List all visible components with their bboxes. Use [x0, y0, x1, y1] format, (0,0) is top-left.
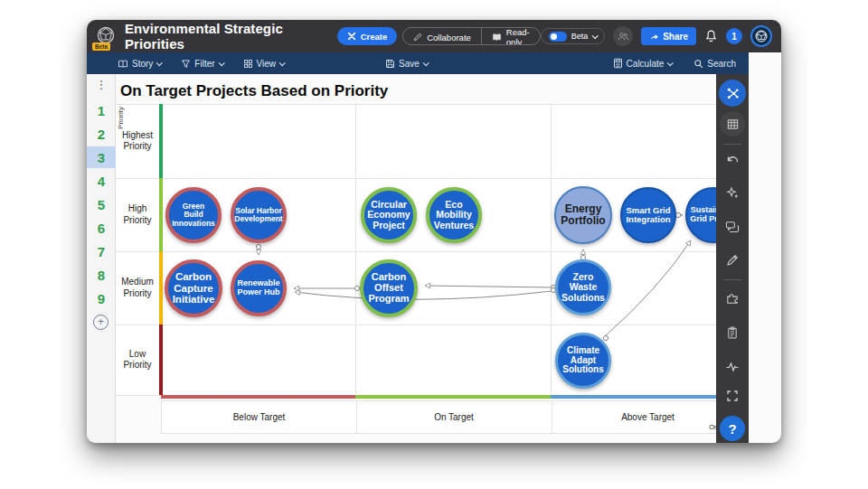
project-bubble[interactable]: EcoMobilityVentures — [426, 187, 482, 243]
comments-icon — [725, 221, 740, 234]
project-bubble[interactable]: Solar HarborDevelopment — [231, 187, 287, 243]
x-category-label: On Target — [356, 401, 552, 433]
project-bubble[interactable]: CarbonCaptureInitiative — [165, 259, 222, 317]
app-logo[interactable]: Beta — [94, 24, 118, 48]
project-bubble[interactable]: RenewablePower Hub — [231, 260, 287, 316]
x-axis-segment — [551, 395, 716, 399]
project-bubble[interactable]: Smart GridIntegration — [620, 187, 676, 243]
relationships-view-button[interactable] — [719, 80, 746, 107]
readonly-book-icon — [492, 33, 502, 42]
x-axis-segment — [161, 395, 355, 399]
chart-canvas: On Target Projects Based on Priority Hig… — [116, 74, 716, 443]
slide-number-6[interactable]: 6 — [87, 217, 116, 239]
footer-divider — [552, 401, 552, 433]
extensions-button[interactable] — [726, 292, 740, 306]
gridline-horizontal — [116, 104, 716, 105]
beta-badge: Beta — [92, 42, 110, 51]
comments-button[interactable] — [725, 221, 740, 234]
chevron-down-icon — [592, 33, 599, 39]
fullscreen-button[interactable] — [726, 390, 739, 402]
chart-title: On Target Projects Based on Priority — [120, 82, 388, 100]
mode-switcher: Collaborate Read-only — [402, 27, 540, 45]
chevron-down-icon — [667, 60, 674, 66]
gridline-horizontal — [116, 251, 716, 252]
slide-number-4[interactable]: 4 — [87, 170, 116, 192]
avatar[interactable] — [750, 25, 772, 47]
slide-number-7[interactable]: 7 — [87, 240, 116, 262]
project-bubble[interactable]: Green BuildInnovations — [165, 187, 222, 243]
annotate-button[interactable] — [726, 254, 739, 267]
story-book-icon — [118, 59, 128, 69]
data-grid-button[interactable] — [720, 111, 745, 136]
fullscreen-icon — [726, 390, 739, 402]
people-icon — [618, 32, 629, 42]
add-slide-button[interactable]: + — [93, 315, 108, 330]
view-menu[interactable]: View — [243, 59, 285, 69]
create-button[interactable]: Create — [337, 27, 398, 45]
gridline-horizontal — [116, 324, 716, 325]
create-icon — [347, 32, 356, 41]
chevron-down-icon — [156, 60, 163, 66]
readonly-button[interactable]: Read-only — [481, 28, 540, 45]
notifications-button[interactable] — [704, 29, 718, 43]
slide-number-5[interactable]: 5 — [87, 193, 116, 215]
project-bubble[interactable]: ClimateAdaptSolutions — [555, 333, 611, 389]
y-axis-segment — [159, 251, 163, 324]
story-title: Environmental Strategic Priorities — [125, 21, 308, 52]
y-axis-segment — [159, 178, 163, 251]
pulse-icon — [725, 362, 740, 372]
undo-button[interactable] — [725, 155, 740, 166]
axis-corner-note: On Target — [709, 423, 716, 431]
slide-number-3[interactable]: 3 — [87, 146, 116, 168]
search-icon — [693, 59, 703, 69]
slide-number-2[interactable]: 2 — [87, 123, 116, 145]
project-bubble[interactable]: EnergyPortfolio — [554, 186, 612, 244]
y-axis-segment — [159, 324, 163, 395]
y-category-label: MediumPriority — [116, 251, 159, 324]
save-button[interactable]: Save — [385, 59, 428, 69]
relationships-icon — [725, 86, 741, 101]
tasks-button[interactable] — [727, 326, 739, 340]
slide-number-9[interactable]: 9 — [87, 287, 116, 309]
project-bubble[interactable]: CircularEconomyProject — [361, 187, 417, 243]
pencil-icon — [726, 254, 739, 267]
bell-icon — [704, 29, 718, 43]
y-category-label: LowPriority — [116, 324, 159, 395]
kebab-menu-icon[interactable]: ⋮ — [87, 78, 116, 91]
sparkle-icon — [726, 186, 740, 200]
sidebar-divider — [723, 279, 741, 280]
notification-count-badge[interactable]: 1 — [726, 28, 742, 44]
clipboard-icon — [727, 326, 739, 340]
slide-number-1[interactable]: 1 — [87, 99, 116, 121]
x-category-label: Below Target — [162, 401, 356, 433]
project-bubble[interactable]: CarbonOffsetProgram — [360, 259, 418, 317]
people-button[interactable] — [613, 26, 633, 46]
filter-menu[interactable]: Filter — [181, 59, 222, 69]
ai-sparkle-button[interactable] — [726, 186, 740, 200]
calculate-icon — [613, 58, 623, 69]
story-menu[interactable]: Story — [118, 59, 161, 69]
help-icon: ? — [720, 416, 745, 441]
undo-icon — [725, 155, 740, 166]
x-axis-footer: Below TargetOn TargetAbove TargetOn Targ… — [161, 400, 716, 434]
help-button[interactable]: ? — [720, 416, 745, 441]
beta-toggle[interactable]: Beta — [541, 28, 606, 44]
chevron-down-icon — [279, 60, 286, 66]
share-arrow-icon — [649, 32, 659, 41]
data-grid-icon — [726, 118, 740, 131]
y-axis-title: Priority — [117, 107, 125, 129]
collaborate-button[interactable]: Collaborate — [403, 28, 481, 45]
x-category-label: Above Target — [552, 401, 716, 433]
calculate-menu[interactable]: Calculate — [613, 58, 673, 69]
filter-funnel-icon — [181, 59, 191, 69]
save-floppy-icon — [385, 59, 395, 69]
avatar-logo-icon — [754, 29, 769, 43]
activity-button[interactable] — [725, 362, 740, 372]
puzzle-icon — [726, 292, 740, 306]
project-bubble[interactable]: ZeroWasteSolutions — [555, 259, 611, 315]
footer-divider — [356, 401, 357, 433]
search-button[interactable]: Search — [693, 58, 736, 69]
share-button[interactable]: Share — [641, 27, 696, 45]
slide-number-8[interactable]: 8 — [87, 264, 116, 286]
app-header: Beta Environmental Strategic Priorities … — [87, 20, 781, 52]
